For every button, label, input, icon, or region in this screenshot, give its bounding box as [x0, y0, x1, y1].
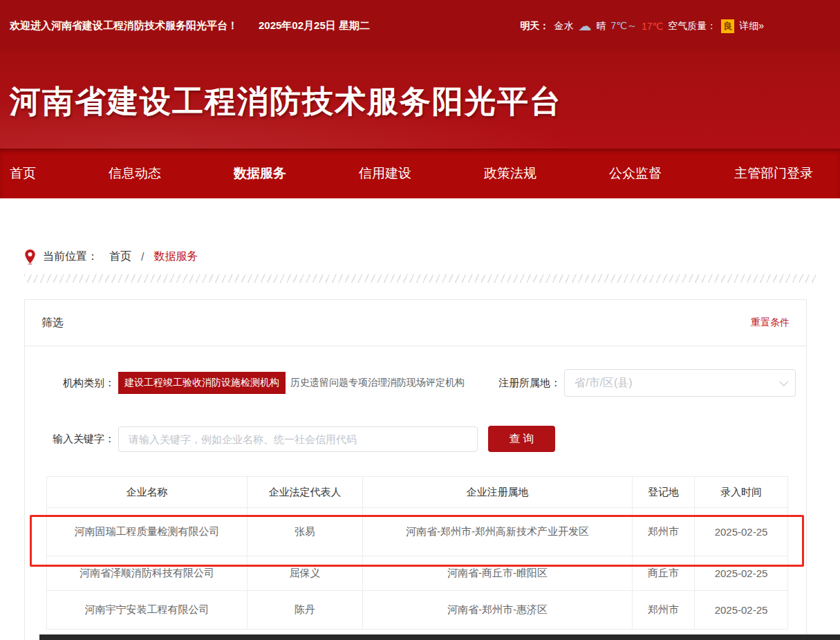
breadcrumb-separator: /	[141, 251, 144, 263]
cell-registered-address: 河南省-郑州市-惠济区	[363, 591, 633, 630]
cell-legal-representative: 张易	[248, 508, 363, 556]
category-label: 机构类别：	[25, 377, 115, 390]
breadcrumb-home-link[interactable]: 首页	[109, 250, 131, 264]
welcome-text: 欢迎进入河南省建设工程消防技术服务阳光平台！	[10, 19, 238, 32]
location-pin-icon	[24, 249, 36, 265]
cell-company-name: 河南固瑞工程质量检测有限公司	[47, 508, 248, 556]
breadcrumb-label: 当前位置：	[43, 250, 98, 264]
table-row-zeshun[interactable]: 河南省泽顺消防科技有限公司 屈保义 河南省-商丘市-睢阳区 商丘市 2025-0…	[47, 556, 788, 591]
category-option-inspection-agency[interactable]: 建设工程竣工验收消防设施检测机构	[118, 372, 286, 394]
region-select[interactable]: 省/市/区(县)	[564, 369, 796, 397]
chevron-down-icon	[779, 377, 788, 386]
keyword-input[interactable]	[118, 426, 478, 452]
temp-low: 7℃～	[610, 20, 637, 32]
region-label: 注册所属地：	[471, 377, 561, 390]
temp-high: 17℃	[642, 21, 663, 32]
col-registered-address: 企业注册属地	[363, 477, 633, 508]
filter-title: 筛选	[41, 316, 64, 330]
weather-condition: 晴	[596, 20, 606, 32]
date-text: 2025年02月25日 星期二	[259, 19, 370, 32]
nav-item-data-service[interactable]: 数据服务	[234, 164, 286, 182]
breadcrumb: 当前位置： 首页 / 数据服务	[24, 249, 840, 265]
col-company-name: 企业名称	[47, 477, 248, 508]
cell-registration-place: 郑州市	[633, 508, 695, 556]
main-nav: 首页 信息动态 数据服务 信用建设 政策法规 公众监督 主管部门登录	[0, 149, 840, 198]
filter-row-category: 机构类别： 建设工程竣工验收消防设施检测机构 历史遗留问题专项治理消防现场评定机…	[25, 369, 806, 397]
cell-legal-representative: 屈保义	[248, 556, 363, 591]
weather-detail-link[interactable]: 详细»	[739, 20, 764, 32]
filter-card-header: 筛选 重置条件	[25, 300, 806, 346]
cell-entry-date: 2025-02-25	[695, 556, 788, 591]
nav-item-admin-login[interactable]: 主管部门登录	[734, 164, 813, 182]
cell-entry-date: 2025-02-25	[695, 591, 788, 630]
region-select-placeholder: 省/市/区(县)	[575, 376, 779, 390]
col-registration-place: 登记地	[633, 477, 695, 508]
table-header-row: 企业名称 企业法定代表人 企业注册属地 登记地 录入时间	[47, 477, 788, 508]
nav-item-home[interactable]: 首页	[10, 164, 36, 182]
weather-district-link[interactable]: 金水	[554, 20, 573, 32]
filter-row-keyword: 输入关键字： 查 询	[25, 426, 806, 452]
table-row-yuning[interactable]: 河南宇宁安装工程有限公司 陈丹 河南省-郑州市-惠济区 郑州市 2025-02-…	[47, 591, 788, 630]
site-banner: 河南省建设工程消防技术服务阳光平台	[0, 52, 840, 149]
table-row-guorui[interactable]: 河南固瑞工程质量检测有限公司 张易 河南省-郑州市-郑州高新技术产业开发区 郑州…	[47, 508, 788, 556]
cell-registered-address: 河南省-商丘市-睢阳区	[363, 556, 633, 591]
nav-item-news[interactable]: 信息动态	[109, 164, 161, 182]
footer-bar	[39, 634, 840, 640]
weather-tomorrow-label: 明天：	[520, 20, 549, 32]
col-legal-representative: 企业法定代表人	[248, 477, 363, 508]
nav-item-supervision[interactable]: 公众监督	[609, 164, 662, 182]
air-quality-label: 空气质量：	[668, 20, 716, 32]
keyword-label: 输入关键字：	[25, 433, 115, 446]
category-option-assessment-agency[interactable]: 历史遗留问题专项治理消防现场评定机构	[289, 372, 471, 394]
air-quality-badge: 良	[721, 19, 734, 33]
search-button[interactable]: 查 询	[488, 426, 555, 452]
cell-registered-address: 河南省-郑州市-郑州高新技术产业开发区	[363, 508, 633, 556]
cell-registration-place: 郑州市	[633, 591, 695, 630]
site-title: 河南省建设工程消防技术服务阳光平台	[0, 52, 840, 122]
nav-item-policy[interactable]: 政策法规	[484, 164, 536, 182]
top-bar: 欢迎进入河南省建设工程消防技术服务阳光平台！ 2025年02月25日 星期二 明…	[0, 0, 840, 52]
reset-filters-link[interactable]: 重置条件	[751, 317, 790, 329]
cell-company-name: 河南宇宁安装工程有限公司	[47, 591, 248, 630]
filter-card: 筛选 重置条件 机构类别： 建设工程竣工验收消防设施检测机构 历史遗留问题专项治…	[24, 299, 807, 640]
results-table: 企业名称 企业法定代表人 企业注册属地 登记地 录入时间 河南固瑞工程质量检测有…	[46, 476, 788, 630]
slash-divider	[24, 274, 816, 283]
cell-legal-representative: 陈丹	[248, 591, 363, 630]
cell-registration-place: 商丘市	[633, 556, 695, 591]
breadcrumb-current: 数据服务	[153, 250, 198, 264]
col-entry-date: 录入时间	[695, 477, 788, 508]
cell-entry-date: 2025-02-25	[695, 508, 788, 556]
cell-company-name: 河南省泽顺消防科技有限公司	[47, 556, 248, 591]
region-group: 注册所属地： 省/市/区(县)	[471, 369, 796, 397]
cloud-icon: ☁	[578, 19, 591, 32]
weather-widget: 明天： 金水 ☁ 晴 7℃～ 17℃ 空气质量： 良 详细»	[520, 19, 764, 33]
nav-item-credit[interactable]: 信用建设	[359, 164, 411, 182]
